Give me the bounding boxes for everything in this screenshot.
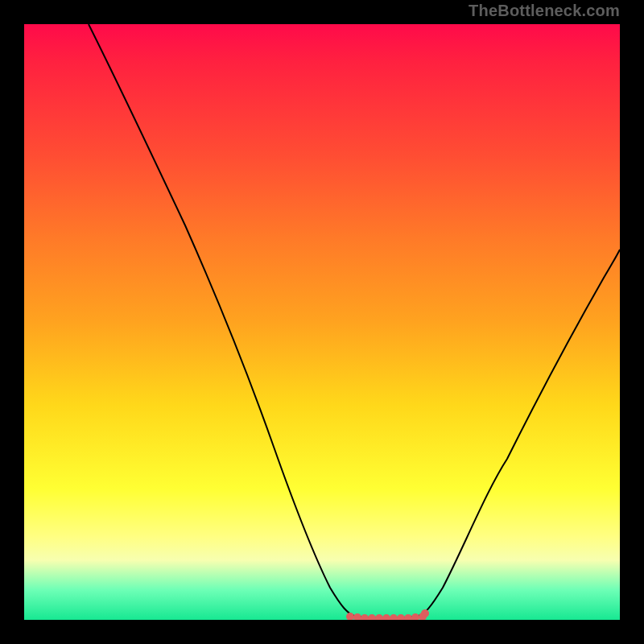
flat-region-markers: [346, 609, 429, 620]
svg-point-0: [346, 613, 354, 620]
svg-point-11: [421, 609, 429, 617]
svg-point-9: [411, 613, 419, 620]
svg-point-2: [361, 614, 369, 620]
svg-point-6: [390, 614, 398, 620]
svg-point-8: [404, 614, 412, 620]
svg-point-3: [368, 614, 376, 620]
bottleneck-curve-svg: [24, 24, 620, 620]
svg-point-4: [375, 614, 383, 620]
plot-area: [24, 24, 620, 620]
bottleneck-curve: [89, 24, 620, 618]
svg-point-5: [382, 614, 390, 620]
svg-point-1: [353, 613, 361, 620]
svg-point-7: [397, 614, 405, 620]
chart-frame: TheBottleneck.com: [0, 0, 644, 644]
watermark-text: TheBottleneck.com: [469, 2, 620, 20]
